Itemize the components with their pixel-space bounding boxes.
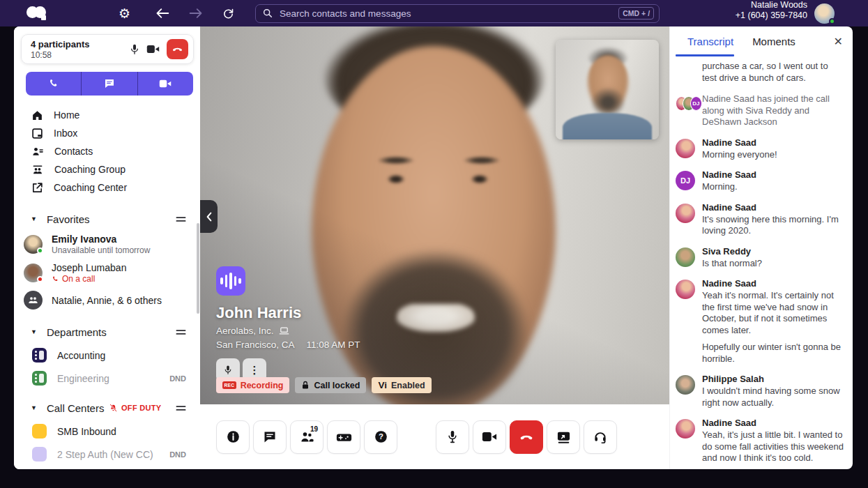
department-engineering[interactable]: Engineering DND [14,371,200,386]
camera-icon [482,431,497,443]
transcript-message: DJ Nadine Saad Morning. [676,169,844,193]
department-accounting[interactable]: Accounting [14,348,200,363]
main-video-feed: John Harris Aerolabs, Inc. San Francisco… [200,26,669,404]
avatar: DJ [676,171,695,190]
tab-moments[interactable]: Moments [752,36,795,47]
top-bar: ⚙ CMD + / Natalie Woods +1 (604) 359-784… [0,0,868,26]
active-call-banner[interactable]: 4 participants 10:58 [21,34,194,64]
home-icon [31,109,43,121]
departments-section-header[interactable]: ▼ Departments [14,324,200,340]
sidebar-item-inbox[interactable]: Inbox [14,124,200,142]
current-user-avatar[interactable] [814,3,835,24]
call-centers-section-header[interactable]: ▼ Call Centers OFF DUTY [14,400,200,415]
gear-icon[interactable]: ⚙ [119,7,130,20]
sidebar-collapse-button[interactable] [200,200,218,233]
avatar [676,375,695,395]
sidebar-item-home[interactable]: Home [14,106,200,124]
system-message: DJ Nadine Saad has joined the call along… [676,91,844,128]
call-controls-bar: 19 ? [200,404,669,469]
sidebar-item-coaching-group[interactable]: Coaching Group [14,160,200,178]
self-view-thumbnail[interactable] [556,40,659,139]
transcript-header: Transcript Moments ✕ [670,26,853,56]
help-button[interactable]: ? [364,420,397,454]
avatar [676,247,695,267]
remote-control-button[interactable] [327,420,360,454]
close-icon[interactable]: ✕ [834,35,843,48]
avatar [24,264,43,282]
new-meeting-button[interactable] [137,72,193,96]
speaker-local-time: 11:08 AM PT [307,340,360,350]
collapse-triangle-icon: ▼ [31,328,37,335]
chevron-left-icon [206,212,213,222]
back-arrow-icon[interactable] [155,8,169,19]
collapse-triangle-icon: ▼ [31,404,37,411]
drag-handle-icon[interactable] [176,328,186,336]
forward-arrow-icon[interactable] [189,8,203,19]
transcript-message: Nadine Saad Yeah, it's just a little bit… [676,418,844,464]
favorites-section-header[interactable]: ▼ Favorites [14,211,200,227]
sidebar-item-contacts[interactable]: Contacts [14,142,200,160]
new-message-button[interactable] [81,72,137,96]
headset-icon [593,429,607,444]
speaker-company-line: Aerolabs, Inc. [216,326,360,336]
current-user-block[interactable]: Natalie Woods +1 (604) 359-7840 [736,3,868,24]
inbox-icon [31,128,43,139]
search-input[interactable] [280,8,618,19]
call-chat-button[interactable] [253,420,287,454]
vi-logo: Vi [378,380,387,390]
speaker-overlay: John Harris Aerolabs, Inc. San Francisco… [216,266,360,382]
call-center-2-step-auth[interactable]: 2 Step Auth (New CC) DND [14,447,200,462]
favorite-joseph-lumaban[interactable]: Joseph Lumaban On a call [14,262,200,284]
phone-icon [52,275,59,283]
quick-actions-bar [26,72,193,96]
group-avatar-icon [24,291,43,310]
transcript-message: Nadine Saad Yeah it's normal. It's certa… [676,278,844,365]
bell-slash-icon [109,404,118,413]
presence-status: Unavailable until tomorrow [52,245,150,255]
mute-button[interactable] [436,420,469,454]
drag-handle-icon[interactable] [176,215,186,223]
transcript-panel: Transcript Moments ✕ purchase a car, so … [669,26,853,469]
audio-settings-button[interactable] [584,420,617,454]
call-status-badges: REC Recording Call locked Vi Enabled [216,377,432,393]
off-duty-badge: OFF DUTY [109,404,161,413]
drag-handle-icon[interactable] [176,404,186,412]
info-icon [226,429,241,444]
call-info-button[interactable] [216,420,250,454]
favorite-group-chat[interactable]: Natalie, Annie, & 6 others [14,291,200,310]
tab-transcript[interactable]: Transcript [687,36,733,47]
svg-text:?: ? [379,432,383,441]
mic-icon[interactable] [129,43,140,56]
hangup-icon[interactable] [167,39,188,59]
status-dot [37,247,43,254]
status-dot [37,276,43,282]
new-call-button[interactable] [26,72,81,96]
favorite-emily-ivanova[interactable]: Emily Ivanova Unavailable until tomorrow [14,234,200,255]
vi-enabled-badge: Vi Enabled [372,377,431,393]
sidebar-scrollbar[interactable] [197,223,199,314]
transcript-messages[interactable]: purchase a car, so I went out to test dr… [670,56,853,469]
participants-count: 19 [310,425,318,433]
joined-avatars: DJ [676,91,702,128]
sidebar-item-coaching-center[interactable]: Coaching Center [14,178,200,197]
participants-button[interactable]: 19 [290,420,323,454]
dnd-badge: DND [169,374,186,383]
remote-icon [336,431,352,443]
chat-icon [263,430,277,444]
camera-button[interactable] [473,420,506,454]
share-screen-button[interactable] [547,420,580,454]
camera-icon [159,79,172,89]
rec-chip: REC [222,381,236,389]
search-box: CMD + / [255,4,660,23]
phone-icon [48,78,59,89]
help-icon: ? [374,429,388,444]
call-center-icon [32,424,47,439]
hangup-button[interactable] [510,420,543,454]
refresh-icon[interactable] [222,8,234,20]
department-icon [32,371,47,386]
kebab-icon: ⋮ [250,364,260,376]
camera-icon[interactable] [146,44,160,54]
call-center-smb-inbound[interactable]: SMB Inbound [14,424,200,439]
transcript-message: Siva Reddy Is that normal? [676,246,844,270]
mic-icon [223,365,233,376]
